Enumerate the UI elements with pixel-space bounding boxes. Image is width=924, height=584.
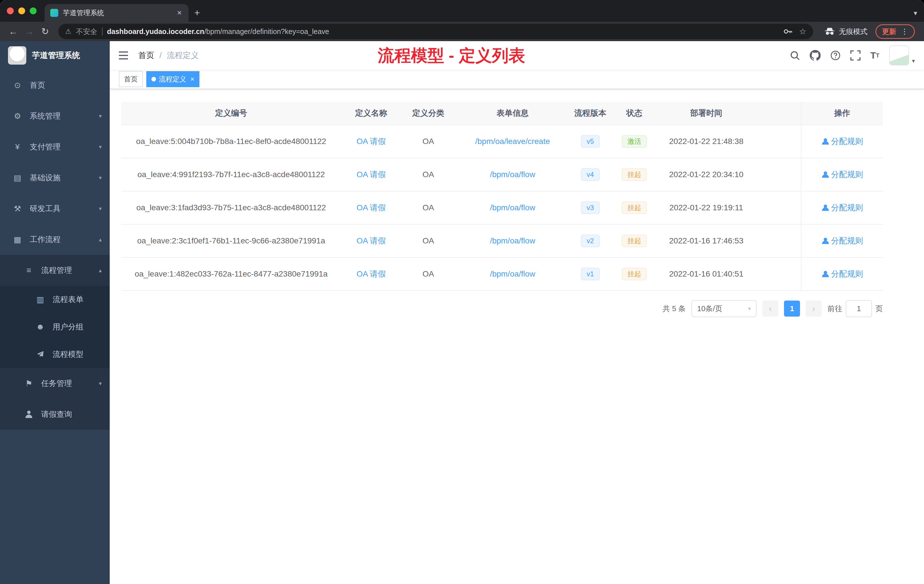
col-status: 状态: [611, 102, 658, 125]
tab-favicon-icon: [50, 9, 58, 17]
sidebar-item-process-manage[interactable]: ≡ 流程管理 ▴: [0, 255, 110, 286]
deploy-time: 2022-01-22 19:19:11: [658, 191, 755, 224]
tag-process-definition[interactable]: 流程定义 ×: [146, 71, 200, 87]
page-size-select[interactable]: 10条/页 ▾: [691, 300, 757, 317]
tab-title: 芋道管理系统: [63, 8, 172, 17]
breadcrumb-home-link[interactable]: 首页: [138, 50, 154, 61]
hamburger-icon[interactable]: [110, 51, 138, 60]
password-key-icon[interactable]: [783, 27, 792, 36]
goto-page-input[interactable]: [846, 300, 872, 317]
back-button[interactable]: ←: [6, 24, 21, 39]
breadcrumb-separator: /: [159, 51, 162, 60]
url-text[interactable]: dashboard.yudao.iocoder.cn/bpm/manager/d…: [107, 27, 779, 36]
sidebar-item-devtools[interactable]: ⚒ 研发工具 ▾: [0, 193, 110, 224]
form-link[interactable]: /bpm/oa/flow: [490, 170, 535, 179]
form-link[interactable]: /bpm/oa/flow: [490, 203, 535, 212]
address-bar[interactable]: ⚠ 不安全 dashboard.yudao.iocoder.cn/bpm/man…: [58, 24, 813, 39]
definition-category: OA: [401, 257, 455, 290]
sidebar-item-task-manage[interactable]: ⚑ 任务管理 ▾: [0, 368, 110, 399]
definition-id: oa_leave:1:482ec033-762a-11ec-8477-a2380…: [121, 257, 341, 290]
help-icon[interactable]: [830, 50, 841, 61]
minimize-window-button[interactable]: [18, 7, 25, 14]
sidebar-item-user-group[interactable]: ☻ 用户分组: [0, 313, 110, 341]
col-filler: [755, 102, 801, 125]
sidebar-item-leave-query[interactable]: 请假查询: [0, 399, 110, 430]
pagination: 共 5 条 10条/页 ▾ ‹ 1 › 前往 页: [121, 300, 883, 317]
assign-rule-link[interactable]: 分配规则: [822, 136, 863, 147]
new-tab-button[interactable]: +: [188, 7, 207, 22]
definition-id: oa_leave:3:1fad3d93-7b75-11ec-a3c8-acde4…: [121, 191, 341, 224]
definition-name-link[interactable]: OA 请假: [356, 203, 386, 212]
update-label[interactable]: 更新: [882, 27, 896, 36]
version-badge: v1: [581, 268, 599, 280]
assign-rule-link[interactable]: 分配规则: [822, 236, 863, 246]
font-size-icon[interactable]: TT: [870, 50, 879, 61]
browser-menu-icon[interactable]: ⋮: [901, 28, 908, 35]
filler-cell: [755, 191, 801, 224]
status-badge: 挂起: [622, 234, 647, 247]
tab-search-icon[interactable]: ▾: [914, 9, 917, 17]
form-link[interactable]: /bpm/oa/flow: [490, 269, 535, 278]
sidebar-item-infrastructure[interactable]: ▤ 基础设施 ▾: [0, 162, 110, 193]
prev-page-button[interactable]: ‹: [762, 300, 778, 317]
table-header-row: 定义编号 定义名称 定义分类 表单信息 流程版本 状态 部署时间 操作: [121, 102, 883, 125]
browser-tab[interactable]: 芋道管理系统 ×: [45, 4, 188, 22]
definition-name-link[interactable]: OA 请假: [356, 269, 386, 278]
user-avatar[interactable]: ▾: [889, 45, 915, 66]
sidebar: 芋道管理系统 ⊙ 首页 ⚙ 系统管理 ▾ ¥ 支付管理 ▾ ▤ 基础设施 ▾: [0, 41, 110, 584]
tab-close-icon[interactable]: ×: [176, 8, 183, 18]
breadcrumb-current: 流程定义: [167, 50, 199, 61]
page-1-button[interactable]: 1: [784, 300, 800, 317]
insecure-warning-icon: ⚠: [65, 27, 71, 35]
zoom-window-button[interactable]: [30, 7, 36, 14]
sidebar-item-home[interactable]: ⊙ 首页: [0, 70, 110, 101]
search-icon[interactable]: [790, 50, 800, 61]
goto-label: 前往: [827, 304, 842, 314]
person-icon: [822, 172, 828, 178]
breadcrumb: 首页 / 流程定义: [138, 50, 199, 61]
close-window-button[interactable]: [7, 7, 14, 14]
sidebar-logo[interactable]: 芋道管理系统: [0, 41, 110, 70]
sidebar-item-process-form[interactable]: ▥ 流程表单: [0, 286, 110, 313]
sidebar-item-system[interactable]: ⚙ 系统管理 ▾: [0, 101, 110, 132]
form-icon: ▥: [35, 295, 45, 304]
form-link[interactable]: /bpm/oa/leave/create: [475, 137, 550, 146]
avatar-caret-icon: ▾: [912, 58, 915, 66]
status-badge: 挂起: [622, 268, 647, 280]
deploy-time: 2022-01-22 20:34:10: [658, 158, 755, 191]
assign-rule-link[interactable]: 分配规则: [822, 202, 863, 213]
person-icon: [822, 238, 828, 244]
definition-name-link[interactable]: OA 请假: [356, 170, 386, 179]
assign-rule-link[interactable]: 分配规则: [822, 169, 863, 180]
definition-name-link[interactable]: OA 请假: [356, 137, 386, 146]
main-area: 首页 / 流程定义 流程模型 - 定义列表: [110, 41, 924, 584]
deploy-time: 2022-01-22 21:48:38: [658, 125, 755, 158]
bookmark-star-icon[interactable]: ☆: [799, 27, 806, 36]
tag-home[interactable]: 首页: [119, 71, 143, 87]
definition-name-link[interactable]: OA 请假: [356, 236, 386, 245]
chevron-down-icon: ▾: [99, 380, 102, 387]
security-label[interactable]: 不安全: [76, 27, 97, 36]
person-icon: [822, 138, 828, 145]
incognito-label: 无痕模式: [839, 27, 868, 36]
form-link[interactable]: /bpm/oa/flow: [490, 236, 535, 245]
next-page-button[interactable]: ›: [806, 300, 822, 317]
omnibox-actions: ☆: [783, 27, 806, 36]
sidebar-item-payment[interactable]: ¥ 支付管理 ▾: [0, 132, 110, 162]
definition-category: OA: [401, 158, 455, 191]
definition-category: OA: [401, 224, 455, 257]
dashboard-icon: ⊙: [13, 81, 22, 90]
assign-rule-link[interactable]: 分配规则: [822, 269, 863, 279]
github-icon[interactable]: [810, 50, 820, 61]
app-window: 芋道管理系统 ⊙ 首页 ⚙ 系统管理 ▾ ¥ 支付管理 ▾ ▤ 基础设施 ▾: [0, 41, 924, 584]
reload-button[interactable]: ↻: [38, 24, 53, 39]
chevron-up-icon: ▴: [99, 236, 102, 243]
sidebar-item-workflow[interactable]: ▦ 工作流程 ▴: [0, 224, 110, 255]
forward-button[interactable]: →: [22, 24, 36, 39]
sidebar-item-process-model[interactable]: 流程模型: [0, 341, 110, 368]
browser-update-chip[interactable]: 更新 ⋮: [875, 24, 915, 39]
window-controls: [0, 0, 45, 22]
omnibox-divider: [102, 27, 102, 35]
tag-close-icon[interactable]: ×: [189, 76, 194, 82]
fullscreen-icon[interactable]: [850, 50, 861, 61]
